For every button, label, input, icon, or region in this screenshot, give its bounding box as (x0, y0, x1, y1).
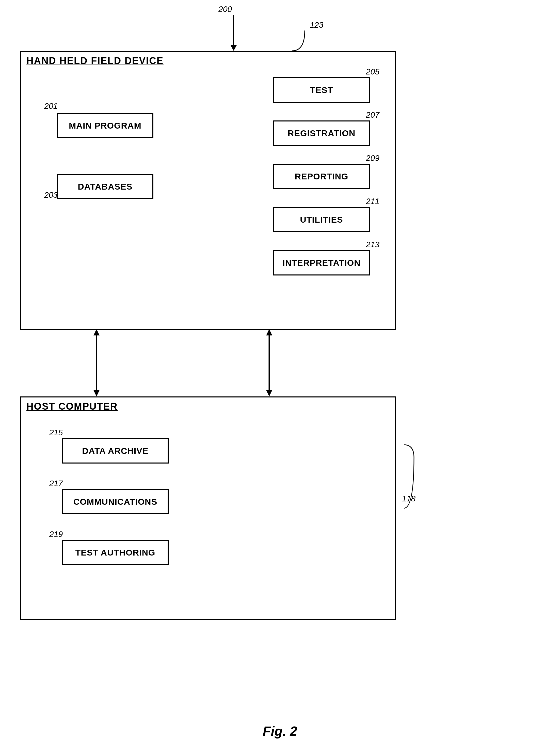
ref-215: 215 (49, 428, 63, 437)
ref-219: 219 (49, 529, 63, 539)
registration-box: REGISTRATION (273, 120, 370, 146)
hhfd-box: HAND HELD FIELD DEVICE MAIN PROGRAM 201 … (20, 51, 396, 330)
main-program-box: MAIN PROGRAM (57, 113, 154, 138)
ref-200: 200 (218, 4, 232, 14)
test-authoring-label: TEST AUTHORING (76, 548, 156, 558)
svg-marker-11 (94, 390, 100, 397)
ref-217: 217 (49, 479, 63, 488)
main-program-label: MAIN PROGRAM (69, 121, 141, 131)
test-label: TEST (310, 85, 333, 95)
ref-201: 201 (44, 101, 58, 111)
interpretation-label: INTERPRETATION (282, 258, 360, 268)
ref-118: 118 (402, 494, 416, 503)
ref-207: 207 (366, 110, 379, 120)
diagram-container: 200 123 HAND HELD FIELD DEVICE MAIN PROG… (0, 0, 560, 754)
ref-209: 209 (366, 154, 379, 163)
svg-marker-1 (231, 45, 237, 51)
registration-label: REGISTRATION (288, 128, 355, 138)
host-title: HOST COMPUTER (26, 401, 118, 412)
communications-box: COMMUNICATIONS (62, 489, 168, 514)
ref-213: 213 (366, 240, 379, 249)
utilities-label: UTILITIES (300, 215, 343, 225)
svg-marker-14 (266, 390, 272, 397)
communications-label: COMMUNICATIONS (74, 497, 158, 507)
test-box: TEST (273, 77, 370, 103)
databases-box: DATABASES (57, 174, 154, 199)
reporting-label: REPORTING (295, 172, 348, 181)
test-authoring-box: TEST AUTHORING (62, 540, 168, 565)
ref-203: 203 (44, 190, 58, 200)
data-archive-box: DATA ARCHIVE (62, 438, 168, 464)
ref-211: 211 (366, 197, 379, 206)
host-box: HOST COMPUTER DATA ARCHIVE 215 COMMUNICA… (20, 397, 396, 620)
reporting-box: REPORTING (273, 164, 370, 189)
interpretation-box: INTERPRETATION (273, 250, 370, 275)
ref-205: 205 (366, 67, 379, 77)
data-archive-label: DATA ARCHIVE (82, 446, 148, 456)
databases-label: DATABASES (78, 182, 133, 192)
hhfd-title: HAND HELD FIELD DEVICE (26, 55, 163, 66)
figure-caption: Fig. 2 (263, 723, 297, 739)
utilities-box: UTILITIES (273, 207, 370, 232)
ref-123: 123 (310, 20, 323, 30)
